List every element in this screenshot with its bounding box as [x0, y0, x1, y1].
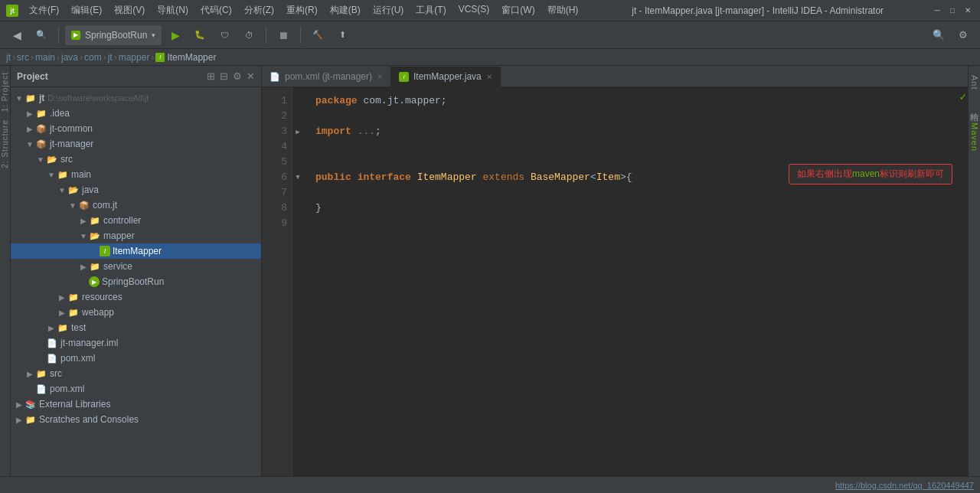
- structure-tab[interactable]: 结构: [968, 103, 980, 110]
- tree-item-src[interactable]: ▼ 📂 src: [11, 152, 261, 167]
- tree-item-itemmapper[interactable]: I ItemMapper: [11, 243, 261, 259]
- tree-label-jt-path: D:\software\workspaceAll\jt: [47, 93, 149, 103]
- settings-button[interactable]: ⚙: [952, 24, 974, 46]
- tree-item-controller[interactable]: ▶ 📁 controller: [11, 213, 261, 228]
- tree-label-ext-libs: External Libraries: [39, 399, 110, 410]
- project-collapse-all-button[interactable]: ⊟: [220, 70, 228, 82]
- project-close-button[interactable]: ✕: [247, 70, 255, 82]
- debug-button[interactable]: 🐛: [189, 24, 211, 46]
- tree-arrow-main: ▼: [46, 171, 57, 179]
- tab-pom[interactable]: 📄 pom.xml (jt-manager) ✕: [262, 67, 391, 87]
- breadcrumb-jt[interactable]: jt: [6, 52, 11, 63]
- code-gutter: ▶ ▼: [292, 87, 303, 476]
- menu-analyze[interactable]: 分析(Z): [238, 2, 280, 18]
- search-everywhere-button[interactable]: 🔍: [928, 24, 949, 46]
- nav-button[interactable]: 🔍: [31, 24, 52, 46]
- pom-manager-icon: 📄: [46, 352, 58, 364]
- stop-button[interactable]: ⏹: [273, 24, 294, 46]
- code-content[interactable]: package com.jt.mapper; import ...; publi…: [303, 87, 968, 476]
- ant-tab[interactable]: Ant: [969, 72, 980, 93]
- structure-tool-icon[interactable]: 2: Structure: [1, 119, 9, 168]
- tree-item-comjt[interactable]: ▼ 📦 com.jt: [11, 198, 261, 213]
- line-num-8: 8: [262, 201, 287, 216]
- menu-edit[interactable]: 编辑(E): [65, 2, 108, 18]
- itemmapper-tab-close-icon[interactable]: ✕: [486, 73, 492, 81]
- menu-view[interactable]: 视图(V): [108, 2, 151, 18]
- tree-item-idea[interactable]: ▶ 📁 .idea: [11, 106, 261, 121]
- title-bar: jt 文件(F) 编辑(E) 视图(V) 导航(N) 代码(C) 分析(Z) 重…: [0, 0, 980, 21]
- toolbar-sep-2: [266, 27, 266, 44]
- code-editor[interactable]: 1 2 3 4 5 6 7 8 9 ▶ ▼: [262, 87, 968, 476]
- menu-code[interactable]: 代码(C): [194, 2, 238, 18]
- project-settings-button[interactable]: ⚙: [233, 70, 242, 82]
- code-line-7: [315, 185, 968, 201]
- code-line-9: [315, 216, 968, 231]
- tree-item-scratches[interactable]: ▶ 📁 Scratches and Consoles: [11, 412, 261, 427]
- project-expand-all-button[interactable]: ⊞: [207, 70, 215, 82]
- tree-item-springbootrun[interactable]: ▶ SpringBootRun: [11, 274, 261, 289]
- tree-arrow-jt-manager: ▼: [24, 140, 35, 149]
- tree-item-ext-libs[interactable]: ▶ 📚 External Libraries: [11, 397, 261, 412]
- maven-tab[interactable]: Maven: [969, 119, 980, 155]
- tree-label-scratches: Scratches and Consoles: [39, 414, 139, 425]
- menu-help[interactable]: 帮助(H): [541, 2, 585, 18]
- breadcrumb-java[interactable]: java: [61, 52, 78, 63]
- breadcrumb-mapper[interactable]: mapper: [119, 52, 150, 63]
- pom-tab-label: pom.xml (jt-manager): [285, 71, 372, 82]
- coverage-button[interactable]: 🛡: [214, 24, 235, 46]
- menu-refactor[interactable]: 重构(R): [280, 2, 324, 18]
- breadcrumb-main[interactable]: main: [35, 52, 55, 63]
- breadcrumb-src[interactable]: src: [17, 52, 29, 63]
- minimize-button[interactable]: ─: [931, 5, 943, 17]
- tree-item-test[interactable]: ▶ 📁 test: [11, 320, 261, 335]
- menu-build[interactable]: 构建(B): [324, 2, 367, 18]
- run-config-selector[interactable]: ▶ SpringBootRun ▾: [65, 25, 162, 45]
- close-button[interactable]: ✕: [962, 5, 974, 17]
- toolbar-sep-3: [300, 27, 301, 44]
- project-tool-icon[interactable]: 1: Project: [1, 72, 9, 112]
- menu-file[interactable]: 文件(F): [23, 2, 65, 18]
- tree-item-jt-manager[interactable]: ▼ 📦 jt-manager: [11, 136, 261, 152]
- menu-vcs[interactable]: VCS(S): [452, 2, 496, 18]
- tree-item-mapper[interactable]: ▼ 📂 mapper: [11, 228, 261, 243]
- tree-item-jt[interactable]: ▼ 📁 jt D:\software\workspaceAll\jt: [11, 90, 261, 106]
- menu-tools[interactable]: 工具(T): [410, 2, 452, 18]
- tree-item-main[interactable]: ▼ 📁 main: [11, 167, 261, 182]
- tree-arrow-java: ▼: [57, 186, 67, 194]
- code-line-2: [315, 109, 968, 124]
- tab-itemmapper[interactable]: I ItemMapper.java ✕: [391, 67, 501, 87]
- menu-run[interactable]: 运行(U): [367, 2, 410, 18]
- breadcrumb-jt2[interactable]: jt: [108, 52, 113, 63]
- tree-item-pom-manager[interactable]: 📄 pom.xml: [11, 351, 261, 366]
- breadcrumb-com[interactable]: com: [84, 52, 102, 63]
- maximize-button[interactable]: □: [946, 5, 959, 17]
- tree-label-src: src: [60, 154, 73, 165]
- code-line-3: import ...;: [315, 124, 968, 139]
- back-button[interactable]: ◀: [6, 24, 28, 46]
- tree-arrow-jt-common: ▶: [24, 125, 35, 133]
- right-sidebar: Ant 结构 Maven: [968, 66, 980, 476]
- tree-item-src-root[interactable]: ▶ 📁 src: [11, 366, 261, 381]
- gutter-3: ▶: [292, 124, 303, 139]
- file-tree: ▼ 📁 jt D:\software\workspaceAll\jt ▶ 📁 .…: [11, 87, 261, 476]
- profile-button[interactable]: ⏱: [238, 24, 260, 46]
- line-num-5: 5: [262, 155, 287, 170]
- menu-window[interactable]: 窗口(W): [495, 2, 541, 18]
- tree-label-test: test: [71, 322, 86, 333]
- tree-item-iml[interactable]: 📄 jt-manager.iml: [11, 335, 261, 351]
- tree-item-jt-common[interactable]: ▶ 📦 jt-common: [11, 121, 261, 136]
- build-button[interactable]: 🔨: [307, 24, 328, 46]
- status-bar: https://blog.csdn.net/qq_1620449447: [0, 476, 980, 493]
- breadcrumb: jt › src › main › java › com › jt › mapp…: [0, 49, 980, 66]
- menu-navigate[interactable]: 导航(N): [151, 2, 194, 18]
- tree-item-java[interactable]: ▼ 📂 java: [11, 182, 261, 198]
- git-button[interactable]: ⬆: [332, 24, 353, 46]
- itemmapper-tab-label: ItemMapper.java: [413, 71, 482, 82]
- tree-item-webapp[interactable]: ▶ 📁 webapp: [11, 305, 261, 320]
- run-button[interactable]: ▶: [165, 24, 186, 46]
- tree-item-resources[interactable]: ▶ 📁 resources: [11, 289, 261, 305]
- gutter-6: ▼: [292, 170, 303, 185]
- tree-item-service[interactable]: ▶ 📁 service: [11, 259, 261, 274]
- tree-item-pom-root[interactable]: 📄 pom.xml: [11, 381, 261, 397]
- pom-tab-close-icon[interactable]: ✕: [377, 73, 383, 81]
